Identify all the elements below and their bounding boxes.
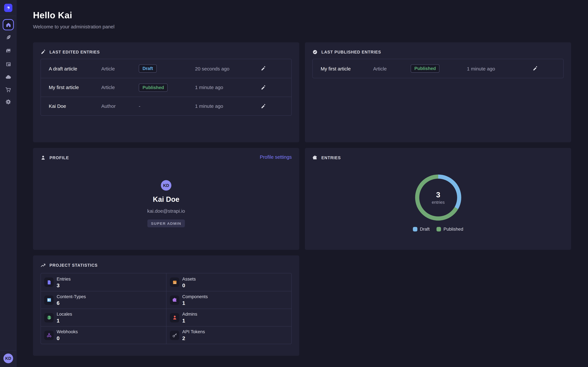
stat-api-tokens: API Tokens 2 xyxy=(166,326,291,344)
table-row[interactable]: My first article Article Published 1 min… xyxy=(313,59,563,78)
panel-title: ENTRIES xyxy=(321,155,341,160)
last-published-entries-panel: LAST PUBLISHED ENTRIES My first article … xyxy=(305,42,571,142)
last-edited-entries-panel: LAST EDITED ENTRIES A draft article Arti… xyxy=(33,42,299,142)
stat-webhooks: Webhooks 0 xyxy=(41,326,166,344)
user-icon xyxy=(170,313,179,322)
sidebar-item-media-library[interactable] xyxy=(3,45,13,56)
entry-time: 1 minute ago xyxy=(195,103,235,109)
content-manager-feather-icon xyxy=(5,34,11,40)
entry-name: My first article xyxy=(49,85,101,90)
panel-header: LAST EDITED ENTRIES xyxy=(41,50,100,55)
legend-label: Published xyxy=(443,226,463,232)
status-empty: - xyxy=(139,103,195,109)
entry-type: Article xyxy=(101,85,139,90)
stat-value: 0 xyxy=(182,282,196,288)
stat-value: 2 xyxy=(182,335,205,341)
entry-type: Article xyxy=(373,66,411,71)
pencil-icon xyxy=(532,66,538,71)
pencil-icon xyxy=(261,66,266,71)
file-icon xyxy=(44,277,53,287)
user-avatar[interactable]: KD xyxy=(3,353,13,363)
panel-title: PROJECT STATISTICS xyxy=(50,263,98,267)
status-badge: Published xyxy=(139,83,168,92)
stat-value: 1 xyxy=(182,300,208,306)
statistics-grid: Entries 3 Assets 0 xyxy=(41,273,292,344)
panel-header: LAST PUBLISHED ENTRIES xyxy=(312,50,381,55)
sidebar-item-marketplace[interactable] xyxy=(3,85,13,95)
entries-count-label: entries xyxy=(432,200,445,205)
stat-value: 3 xyxy=(57,282,71,288)
entry-time: 1 minute ago xyxy=(467,66,507,71)
layout-icon xyxy=(44,295,53,305)
sidebar-item-cloud[interactable] xyxy=(3,72,13,82)
stat-label: Components xyxy=(182,294,208,299)
page-subtitle: Welcome to your administration panel xyxy=(33,24,114,30)
page-title: Hello Kai xyxy=(33,10,72,21)
table-row[interactable]: A draft article Article Draft 20 seconds… xyxy=(41,59,291,78)
edit-entry-button[interactable] xyxy=(257,81,269,93)
strapi-logo-glyph xyxy=(6,5,11,10)
pencil-icon xyxy=(261,104,266,109)
stat-content-types: Content-Types 6 xyxy=(41,291,166,309)
panel-header: PROJECT STATISTICS xyxy=(41,262,98,268)
edit-entry-button[interactable] xyxy=(257,62,269,74)
panel-header: PROFILE xyxy=(41,155,69,160)
role-badge: SUPER ADMIN xyxy=(147,219,185,227)
sidebar-item-content-manager[interactable] xyxy=(3,32,13,42)
profile-avatar: KD xyxy=(161,180,171,191)
stat-label: Webhooks xyxy=(57,329,78,334)
sidebar-item-home[interactable] xyxy=(3,19,14,30)
person-icon xyxy=(41,155,46,160)
stat-components: Components 1 xyxy=(166,291,291,309)
profile-settings-link[interactable]: Profile settings xyxy=(260,154,292,160)
stat-label: API Tokens xyxy=(182,329,205,334)
entry-time: 20 seconds ago xyxy=(195,66,235,71)
table-row[interactable]: Kai Doe Author - 1 minute ago xyxy=(41,97,291,115)
sidebar-item-settings[interactable] xyxy=(3,97,13,107)
edit-entry-button[interactable] xyxy=(257,100,269,112)
webhook-icon xyxy=(44,330,53,340)
pencil-icon xyxy=(41,50,46,55)
panel-header: ENTRIES xyxy=(312,155,341,160)
stat-label: Entries xyxy=(57,276,71,281)
stat-locales: Locales 1 xyxy=(41,309,166,326)
profile-body: KD Kai Doe kai.doe@strapi.io SUPER ADMIN xyxy=(33,180,299,227)
entry-name: A draft article xyxy=(49,66,101,71)
stat-label: Locales xyxy=(57,312,72,317)
stat-label: Assets xyxy=(182,276,196,281)
legend-item-published: Published xyxy=(436,226,463,232)
stat-label: Content-Types xyxy=(57,294,86,299)
stat-value: 1 xyxy=(182,317,197,324)
strapi-logo[interactable] xyxy=(4,4,12,12)
sidebar-item-content-type-builder[interactable] xyxy=(3,59,13,69)
edit-entry-button[interactable] xyxy=(529,62,541,74)
marketplace-cart-icon xyxy=(5,87,11,93)
entry-type: Author xyxy=(101,103,139,109)
chart-legend: Draft Published xyxy=(305,226,571,232)
panel-title: PROFILE xyxy=(50,155,69,160)
entry-time: 1 minute ago xyxy=(195,85,235,90)
key-icon xyxy=(170,330,179,340)
trending-up-icon xyxy=(41,262,46,268)
table-row[interactable]: My first article Article Published 1 min… xyxy=(41,78,291,97)
check-circle-icon xyxy=(312,50,318,55)
donut-center: 3 entries xyxy=(415,175,461,221)
cloud-icon xyxy=(5,74,11,80)
profile-panel: PROFILE Profile settings KD Kai Doe kai.… xyxy=(33,148,299,250)
pencil-icon xyxy=(261,85,266,90)
status-badge: Draft xyxy=(139,64,157,73)
last-edited-table: A draft article Article Draft 20 seconds… xyxy=(41,59,292,116)
sidebar-divider-top xyxy=(0,16,16,16)
puzzle-icon xyxy=(170,295,179,305)
legend-item-draft: Draft xyxy=(413,226,430,232)
puzzle-icon xyxy=(312,155,318,160)
strapi-admin-dashboard: KD Hello Kai Welcome to your administrat… xyxy=(0,0,588,367)
legend-label: Draft xyxy=(420,226,430,232)
entry-name: Kai Doe xyxy=(49,103,101,109)
globe-icon xyxy=(44,313,53,322)
entry-name: My first article xyxy=(321,66,373,71)
panel-title: LAST PUBLISHED ENTRIES xyxy=(321,50,381,54)
draft-swatch xyxy=(413,227,417,232)
entries-panel: ENTRIES 3 entries Draft Published xyxy=(305,148,571,250)
sidebar-divider-bottom xyxy=(0,350,16,350)
